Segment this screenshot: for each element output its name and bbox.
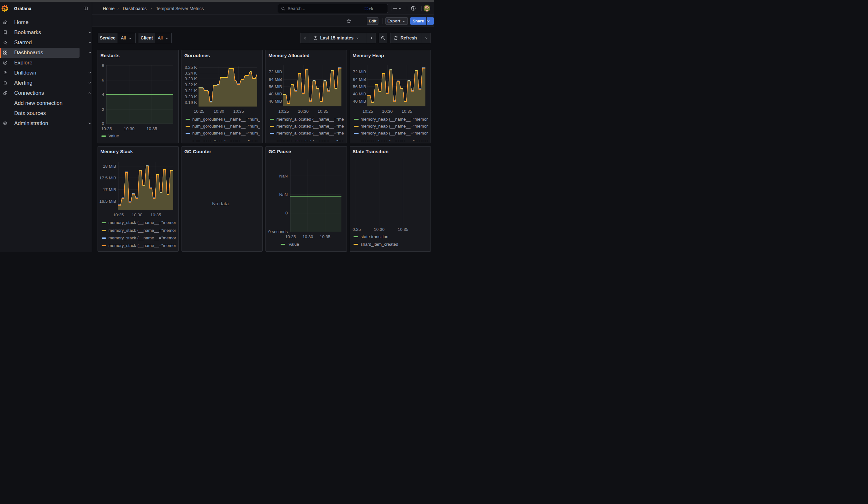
svg-text:64 MiB: 64 MiB — [353, 77, 366, 82]
svg-text:48 MiB: 48 MiB — [353, 92, 366, 96]
svg-text:NaN: NaN — [279, 192, 288, 197]
svg-text:10:30: 10:30 — [124, 126, 134, 131]
svg-text:10:25: 10:25 — [285, 234, 296, 239]
svg-text:10:30: 10:30 — [298, 109, 309, 114]
svg-text:0 seconds: 0 seconds — [268, 229, 288, 234]
svg-text:2: 2 — [102, 107, 104, 112]
svg-text:16.5 MiB: 16.5 MiB — [100, 199, 116, 204]
svg-text:10:35: 10:35 — [398, 227, 409, 232]
svg-text:10:30: 10:30 — [302, 234, 313, 239]
svg-text:10:35: 10:35 — [318, 109, 328, 114]
svg-text:8: 8 — [102, 63, 104, 68]
svg-text:10:25: 10:25 — [362, 109, 373, 114]
svg-text:10:25: 10:25 — [113, 213, 124, 217]
svg-text:17.5 MiB: 17.5 MiB — [100, 176, 116, 180]
svg-text:0: 0 — [102, 121, 104, 126]
svg-text:10:35: 10:35 — [402, 109, 412, 114]
svg-text:10:35: 10:35 — [150, 213, 161, 217]
svg-text:3.25 K: 3.25 K — [185, 65, 197, 70]
svg-text:10:35: 10:35 — [146, 126, 157, 131]
svg-text:NaN: NaN — [279, 174, 288, 178]
svg-text:3.24 K: 3.24 K — [185, 71, 197, 75]
svg-text:4: 4 — [102, 92, 104, 97]
svg-text:40 MiB: 40 MiB — [353, 99, 366, 104]
svg-text:10:35: 10:35 — [320, 234, 330, 239]
svg-text:6: 6 — [102, 78, 104, 82]
svg-text:72 MiB: 72 MiB — [353, 70, 366, 74]
svg-text:72 MiB: 72 MiB — [269, 70, 282, 74]
svg-text:17 MiB: 17 MiB — [103, 187, 116, 192]
svg-text:0:25: 0:25 — [353, 227, 361, 232]
svg-text:64 MiB: 64 MiB — [269, 77, 282, 82]
svg-text:10:30: 10:30 — [132, 213, 142, 217]
svg-text:10:25: 10:25 — [194, 109, 205, 114]
svg-text:0: 0 — [285, 210, 288, 215]
svg-text:56 MiB: 56 MiB — [269, 84, 282, 89]
svg-text:18 MiB: 18 MiB — [103, 164, 116, 169]
svg-text:56 MiB: 56 MiB — [353, 84, 366, 89]
svg-text:10:30: 10:30 — [382, 109, 393, 114]
svg-text:3.22 K: 3.22 K — [185, 82, 197, 87]
svg-text:3.21 K: 3.21 K — [185, 89, 197, 93]
svg-text:3.19 K: 3.19 K — [185, 100, 197, 105]
svg-text:40 MiB: 40 MiB — [269, 99, 282, 104]
svg-text:10:30: 10:30 — [213, 109, 224, 114]
svg-text:10:30: 10:30 — [374, 227, 385, 232]
svg-text:10:25: 10:25 — [101, 126, 112, 131]
svg-text:10:25: 10:25 — [278, 109, 289, 114]
svg-text:3.23 K: 3.23 K — [185, 76, 197, 81]
svg-text:48 MiB: 48 MiB — [269, 92, 282, 96]
svg-text:10:35: 10:35 — [233, 109, 244, 114]
svg-text:3.20 K: 3.20 K — [185, 94, 197, 99]
